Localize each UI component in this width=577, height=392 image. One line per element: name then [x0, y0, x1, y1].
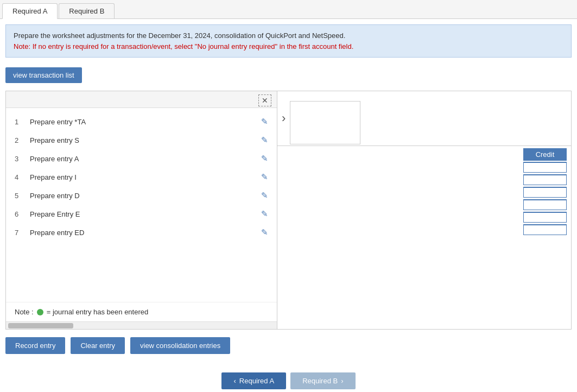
entry-input-box[interactable]	[290, 101, 360, 144]
credit-input-row	[282, 174, 567, 185]
right-top-area: ›	[277, 91, 571, 146]
edit-icon-4[interactable]: ✎	[261, 172, 268, 182]
close-icon-row: ✕	[6, 91, 277, 108]
entry-label-4: Prepare entry I	[30, 173, 261, 181]
close-icon: ✕	[262, 96, 268, 105]
credit-section: Credit	[277, 146, 571, 240]
edit-icon-7[interactable]: ✎	[261, 227, 268, 237]
entry-num-3: 3	[15, 155, 26, 163]
tabs-bar: Required A Required B	[0, 0, 577, 19]
main-content: ✕ 1 Prepare entry *TA ✎ 2 Prepare entry …	[5, 91, 572, 330]
right-panel: › Credit	[277, 91, 571, 329]
credit-input-1[interactable]	[523, 162, 567, 173]
credit-input-row	[282, 162, 567, 173]
entry-label-2: Prepare entry S	[30, 136, 261, 144]
entry-num-1: 1	[15, 118, 26, 126]
entry-row[interactable]: 2 Prepare entry S ✎	[6, 131, 277, 149]
info-box: Prepare the worksheet adjustments for th…	[5, 24, 572, 58]
entry-label-3: Prepare entry A	[30, 155, 261, 163]
entry-num-6: 6	[15, 210, 26, 218]
entry-num-2: 2	[15, 136, 26, 144]
credit-input-4[interactable]	[523, 199, 567, 210]
note-label: Note :	[15, 308, 34, 316]
edit-icon-5[interactable]: ✎	[261, 191, 268, 200]
edit-icon-2[interactable]: ✎	[261, 135, 268, 145]
clear-entry-button[interactable]: Clear entry	[71, 337, 125, 354]
entry-num-7: 7	[15, 229, 26, 237]
entry-label-1: Prepare entry *TA	[30, 118, 261, 126]
credit-input-6[interactable]	[523, 224, 567, 235]
view-consolidation-entries-button[interactable]: view consolidation entries	[130, 337, 230, 354]
entries-panel: ✕ 1 Prepare entry *TA ✎ 2 Prepare entry …	[6, 91, 277, 329]
credit-input-rows	[277, 161, 571, 238]
green-dot-icon	[37, 309, 43, 315]
info-note-text: Note: If no entry is required for a tran…	[14, 41, 563, 52]
record-entry-button[interactable]: Record entry	[5, 337, 65, 354]
chevron-right-icon[interactable]: ›	[277, 95, 290, 142]
view-transaction-list-button[interactable]: view transaction list	[5, 67, 82, 83]
close-icon-button[interactable]: ✕	[258, 94, 271, 106]
nav-next-label: Required B	[302, 377, 338, 385]
scroll-bar[interactable]	[6, 321, 277, 329]
nav-prev-label: Required A	[239, 377, 274, 385]
edit-icon-1[interactable]: ✎	[261, 117, 268, 127]
bottom-buttons: Record entry Clear entry view consolidat…	[0, 330, 577, 362]
entries-list: 1 Prepare entry *TA ✎ 2 Prepare entry S …	[6, 108, 277, 302]
entry-num-4: 4	[15, 173, 26, 181]
entry-row[interactable]: 7 Prepare entry ED ✎	[6, 223, 277, 242]
entry-label-6: Prepare Entry E	[30, 210, 261, 218]
nav-next-icon: ›	[341, 377, 343, 385]
nav-prev-icon: ‹	[233, 377, 236, 385]
credit-input-row	[282, 187, 567, 198]
credit-input-3[interactable]	[523, 187, 567, 198]
tab-required-a[interactable]: Required A	[2, 3, 58, 19]
entry-num-5: 5	[15, 192, 26, 200]
entry-row[interactable]: 6 Prepare Entry E ✎	[6, 205, 277, 223]
tab-required-b[interactable]: Required B	[59, 3, 115, 18]
nav-footer: ‹ Required A Required B ›	[0, 362, 577, 392]
entry-row[interactable]: 1 Prepare entry *TA ✎	[6, 112, 277, 131]
scroll-thumb[interactable]	[8, 323, 73, 328]
entry-label-5: Prepare entry D	[30, 192, 261, 200]
entry-label-7: Prepare entry ED	[30, 229, 261, 237]
entry-row[interactable]: 4 Prepare entry I ✎	[6, 168, 277, 186]
credit-input-5[interactable]	[523, 212, 567, 223]
edit-icon-6[interactable]: ✎	[261, 209, 268, 219]
credit-input-row	[282, 212, 567, 223]
note-description: = journal entry has been entered	[47, 308, 149, 316]
entry-row[interactable]: 3 Prepare entry A ✎	[6, 149, 277, 168]
nav-next-button: Required B ›	[290, 372, 355, 389]
credit-header-label: Credit	[523, 148, 567, 161]
credit-input-row	[282, 224, 567, 235]
credit-input-row	[282, 199, 567, 210]
edit-icon-3[interactable]: ✎	[261, 154, 268, 163]
entry-row[interactable]: 5 Prepare entry D ✎	[6, 186, 277, 205]
credit-input-2[interactable]	[523, 174, 567, 185]
nav-prev-button[interactable]: ‹ Required A	[221, 372, 286, 389]
info-main-text: Prepare the worksheet adjustments for th…	[14, 30, 563, 41]
note-row: Note : = journal entry has been entered	[6, 302, 277, 321]
